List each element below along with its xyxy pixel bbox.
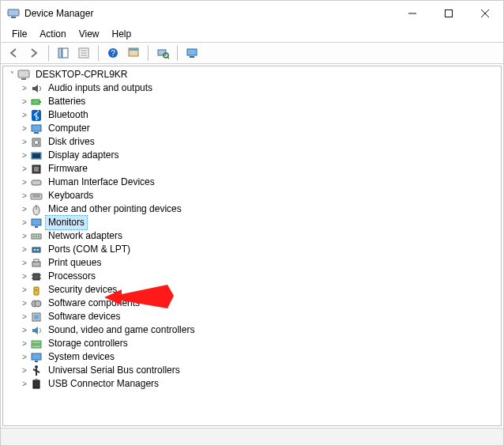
- expand-chevron-icon[interactable]: >: [19, 176, 30, 189]
- tree-item-universal-serial-bus-controllers[interactable]: > Universal Serial Bus controllers: [3, 364, 501, 377]
- tree-item-label: USB Connector Managers: [46, 377, 161, 391]
- toolbar: ?: [1, 42, 503, 64]
- tree-item-label: Software devices: [46, 310, 122, 323]
- properties-button[interactable]: [74, 43, 93, 62]
- svg-rect-19: [187, 49, 197, 55]
- tree-item-label: Computer: [46, 122, 92, 135]
- expand-chevron-icon[interactable]: >: [19, 162, 30, 176]
- window-title: Device Manager: [24, 8, 394, 19]
- storage-icon: [30, 338, 43, 350]
- expand-chevron-icon[interactable]: >: [19, 243, 30, 256]
- tree-item-label: Sound, video and game controllers: [46, 323, 197, 337]
- expand-chevron-icon[interactable]: >: [19, 95, 30, 108]
- tree-item-mice-and-other-pointing-devices[interactable]: > Mice and other pointing devices: [3, 202, 501, 216]
- expand-chevron-icon[interactable]: >: [19, 310, 30, 323]
- svg-rect-20: [190, 56, 194, 58]
- tree-item-system-devices[interactable]: > System devices: [3, 350, 501, 364]
- close-button[interactable]: [467, 1, 503, 26]
- tree-item-label: System devices: [46, 350, 117, 364]
- tree-item-print-queues[interactable]: > Print queues: [3, 256, 501, 270]
- expand-chevron-icon[interactable]: >: [19, 81, 30, 95]
- menu-file[interactable]: File: [6, 27, 33, 41]
- tree-item-processors[interactable]: > Processors: [3, 270, 501, 283]
- tree-item-audio-inputs-and-outputs[interactable]: > Audio inputs and outputs: [3, 81, 501, 95]
- expand-chevron-icon[interactable]: >: [19, 189, 30, 202]
- svg-rect-15: [129, 48, 138, 51]
- help-button[interactable]: ?: [103, 43, 122, 62]
- printer-icon: [30, 257, 43, 270]
- svg-rect-0: [8, 9, 19, 16]
- svg-rect-7: [62, 48, 68, 58]
- expand-chevron-icon[interactable]: >: [19, 297, 30, 310]
- expand-chevron-icon[interactable]: >: [19, 283, 30, 297]
- tree-item-human-interface-devices[interactable]: > Human Interface Devices: [3, 176, 501, 189]
- display-adapter-icon: [30, 149, 43, 162]
- expand-chevron-icon[interactable]: >: [19, 135, 30, 149]
- tree-item-display-adapters[interactable]: > Display adapters: [3, 149, 501, 162]
- tree-item-label: Processors: [46, 270, 98, 283]
- tree-item-monitors[interactable]: > Monitors: [3, 216, 501, 229]
- tree-item-bluetooth[interactable]: > Bluetooth: [3, 108, 501, 122]
- expand-chevron-icon[interactable]: >: [19, 216, 30, 229]
- tree-item-security-devices[interactable]: > Security devices: [3, 283, 501, 297]
- tree-item-usb-connector-managers[interactable]: > USB Connector Managers: [3, 377, 501, 391]
- audio-icon: [30, 82, 43, 95]
- tree-item-keyboards[interactable]: > Keyboards: [3, 189, 501, 202]
- back-button[interactable]: [4, 43, 23, 62]
- svg-rect-16: [158, 50, 166, 55]
- expand-chevron-icon[interactable]: >: [19, 270, 30, 283]
- app-icon: [7, 7, 20, 20]
- tree-item-label: Security devices: [46, 283, 119, 297]
- expand-chevron-icon[interactable]: >: [19, 108, 30, 122]
- menubar: File Action View Help: [1, 26, 503, 42]
- tree-item-label: Mice and other pointing devices: [46, 202, 184, 216]
- action-button[interactable]: [124, 43, 143, 62]
- tree-item-label: DESKTOP-CPRL9KR: [33, 68, 130, 81]
- tree-item-label: Print queues: [46, 256, 103, 270]
- maximize-button[interactable]: [431, 1, 467, 26]
- pc-icon: [30, 123, 43, 135]
- view-devices-button[interactable]: [182, 43, 201, 62]
- expand-chevron-icon[interactable]: ˅: [6, 68, 17, 81]
- menu-view[interactable]: View: [73, 27, 106, 41]
- expand-chevron-icon[interactable]: >: [19, 256, 30, 270]
- sound-icon: [30, 324, 43, 337]
- minimize-button[interactable]: [394, 1, 431, 26]
- tree-item-disk-drives[interactable]: > Disk drives: [3, 135, 501, 149]
- disk-icon: [30, 136, 43, 149]
- expand-chevron-icon[interactable]: >: [19, 377, 30, 391]
- expand-chevron-icon[interactable]: >: [19, 323, 30, 337]
- scan-hardware-button[interactable]: [153, 43, 172, 62]
- console-tree-button[interactable]: [54, 43, 73, 62]
- network-icon: [30, 230, 43, 243]
- keyboard-icon: [30, 190, 43, 202]
- tree-item-sound-video-and-game-controllers[interactable]: > Sound, video and game controllers: [3, 323, 501, 337]
- tree-item-computer[interactable]: > Computer: [3, 122, 501, 135]
- expand-chevron-icon[interactable]: >: [19, 364, 30, 377]
- tree-item-firmware[interactable]: > Firmware: [3, 162, 501, 176]
- tree-item-software-components[interactable]: > Software components: [3, 297, 501, 310]
- tree-item-batteries[interactable]: > Batteries: [3, 95, 501, 108]
- tree-item-network-adapters[interactable]: > Network adapters: [3, 229, 501, 243]
- expand-chevron-icon[interactable]: >: [19, 122, 30, 135]
- firmware-icon: [30, 163, 43, 176]
- tree-item-label: Bluetooth: [46, 108, 91, 122]
- menu-help[interactable]: Help: [106, 27, 138, 41]
- expand-chevron-icon[interactable]: >: [19, 350, 30, 364]
- expand-chevron-icon[interactable]: >: [19, 229, 30, 243]
- tree-item-ports-com-lpt-[interactable]: > Ports (COM & LPT): [3, 243, 501, 256]
- expand-chevron-icon[interactable]: >: [19, 149, 30, 162]
- menu-action[interactable]: Action: [33, 27, 72, 41]
- device-tree[interactable]: ˅ DESKTOP-CPRL9KR > Audio inputs and out…: [3, 66, 501, 392]
- device-tree-pane: ˅ DESKTOP-CPRL9KR > Audio inputs and out…: [2, 66, 502, 426]
- tree-item-label: Software components: [46, 297, 142, 310]
- tree-item-label: Universal Serial Bus controllers: [46, 364, 182, 377]
- forward-button[interactable]: [24, 43, 43, 62]
- security-icon: [30, 284, 43, 297]
- tree-root[interactable]: ˅ DESKTOP-CPRL9KR: [3, 68, 501, 81]
- tree-item-software-devices[interactable]: > Software devices: [3, 310, 501, 323]
- expand-chevron-icon[interactable]: >: [19, 202, 30, 216]
- tree-item-storage-controllers[interactable]: > Storage controllers: [3, 337, 501, 350]
- expand-chevron-icon[interactable]: >: [19, 337, 30, 350]
- port-icon: [30, 244, 43, 256]
